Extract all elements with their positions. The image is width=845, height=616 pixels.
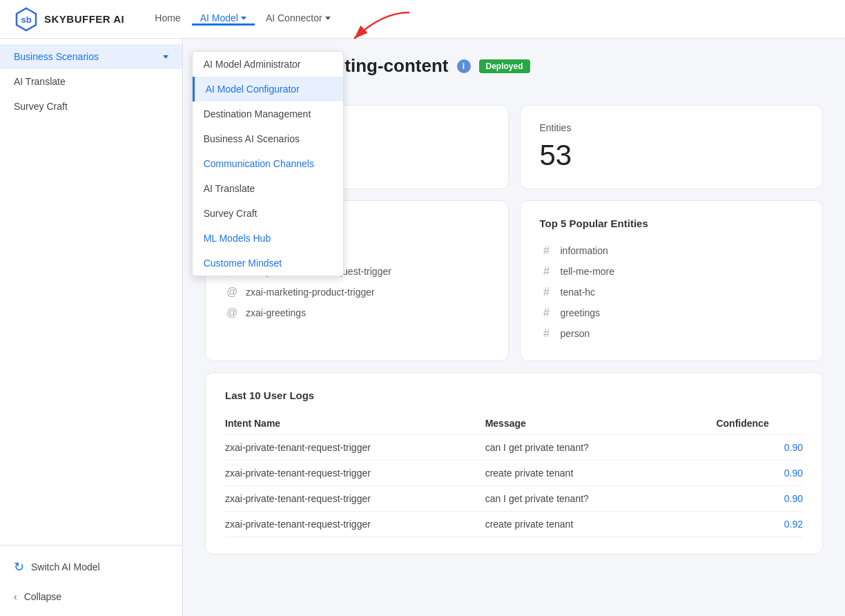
logs-title: Last 10 User Logs: [225, 389, 803, 401]
list-item: # tell-me-more: [540, 261, 804, 282]
entity-item-1: tell-me-more: [561, 266, 615, 277]
hash-icon-2: #: [540, 286, 554, 298]
nav-ai-model-wrapper: AI Model AI Model Administrator AI Model…: [192, 12, 255, 26]
list-item: @ zxai-marketing-product-trigger: [225, 282, 489, 302]
ai-model-chevron-icon: [241, 17, 246, 20]
log-intent-2: zxai-private-tenant-request-trigger: [225, 486, 485, 512]
sync-icon: ↻: [14, 559, 24, 575]
list-item: # person: [540, 323, 804, 344]
deployed-badge: Deployed: [479, 59, 530, 73]
dropdown-item-customer[interactable]: Customer Mindset: [193, 251, 343, 276]
col-header-confidence: Confidence: [716, 412, 803, 435]
table-row: zxai-private-tenant-request-trigger crea…: [225, 512, 803, 537]
ai-connector-chevron-icon: [325, 17, 331, 20]
list-item: # tenat-hc: [540, 282, 804, 302]
main-layout: Business Scenarios AI Translate Survey C…: [0, 39, 845, 616]
log-intent-1: zxai-private-tenant-request-trigger: [225, 461, 485, 486]
log-confidence-0: 0.90: [716, 435, 803, 461]
log-message-3: create private tenant: [485, 512, 717, 537]
nav-ai-model[interactable]: AI Model: [192, 12, 255, 26]
sidebar-item-survey-craft[interactable]: Survey Craft: [0, 94, 182, 119]
sidebar: Business Scenarios AI Translate Survey C…: [0, 39, 183, 616]
sidebar-footer: ↻ Switch AI Model ‹ Collapse: [0, 545, 182, 616]
col-header-intent: Intent Name: [225, 412, 485, 435]
list-item: # greetings: [540, 302, 804, 323]
nav-items: Home AI Model AI Model Administrator AI …: [146, 0, 338, 38]
log-confidence-3: 0.92: [716, 512, 803, 537]
table-row: zxai-private-tenant-request-trigger can …: [225, 435, 803, 461]
list-item: # information: [540, 240, 804, 261]
sidebar-item-ai-translate[interactable]: AI Translate: [0, 69, 182, 94]
dropdown-item-comm[interactable]: Communication Channels: [193, 151, 343, 176]
dropdown-item-translate[interactable]: AI Translate: [193, 176, 343, 201]
dropdown-item-survey[interactable]: Survey Craft: [193, 201, 343, 226]
table-row: zxai-private-tenant-request-trigger can …: [225, 486, 803, 512]
logs-card: Last 10 User Logs Intent Name Message Co…: [205, 372, 823, 555]
entities-card: Entities 53: [520, 105, 824, 189]
log-message-1: create private tenant: [485, 461, 717, 486]
top-nav: sb SKYBUFFER AI Home AI Model AI Model A…: [0, 0, 845, 39]
intent-item-3: zxai-greetings: [246, 307, 306, 318]
dropdown-item-business[interactable]: Business AI Scenarios: [193, 126, 343, 151]
hash-icon-4: #: [540, 327, 554, 340]
switch-ai-model-button[interactable]: ↻ Switch AI Model: [0, 551, 182, 583]
info-icon[interactable]: i: [457, 59, 471, 73]
log-confidence-1: 0.90: [716, 461, 803, 486]
logo-area: sb SKYBUFFER AI: [14, 7, 124, 32]
log-intent-3: zxai-private-tenant-request-trigger: [225, 512, 485, 537]
dropdown-item-admin[interactable]: AI Model Administrator: [193, 52, 343, 77]
popular-entities-card: Top 5 Popular Entities # information # t…: [520, 200, 824, 361]
entity-item-0: information: [561, 245, 608, 256]
log-message-2: can I get private tenant?: [485, 486, 717, 512]
dropdown-item-configurator[interactable]: AI Model Configurator: [193, 77, 343, 102]
entities-label: Entities: [540, 122, 804, 133]
log-confidence-2: 0.90: [716, 486, 803, 512]
log-intent-0: zxai-private-tenant-request-trigger: [225, 435, 485, 461]
dropdown-item-ml[interactable]: ML Models Hub: [193, 226, 343, 251]
list-item: @ zxai-greetings: [225, 302, 489, 323]
sidebar-section: Business Scenarios AI Translate Survey C…: [0, 39, 182, 124]
svg-text:sb: sb: [21, 15, 31, 25]
nav-ai-connector[interactable]: AI Connector: [258, 0, 339, 38]
nav-home[interactable]: Home: [146, 0, 188, 38]
table-row: zxai-private-tenant-request-trigger crea…: [225, 461, 803, 486]
hash-icon-1: #: [540, 265, 554, 278]
at-icon-3: @: [225, 307, 239, 319]
log-message-0: can I get private tenant?: [485, 435, 717, 461]
app-title: SKYBUFFER AI: [44, 13, 124, 25]
ai-model-dropdown: AI Model Administrator AI Model Configur…: [192, 51, 344, 276]
entity-item-2: tenat-hc: [561, 287, 596, 298]
collapse-icon: ‹: [14, 591, 17, 602]
intent-item-2: zxai-marketing-product-trigger: [246, 287, 375, 298]
hash-icon-3: #: [540, 307, 554, 319]
logo-icon: sb: [14, 7, 39, 32]
collapse-button[interactable]: ‹ Collapse: [0, 583, 182, 610]
entities-value: 53: [540, 139, 804, 172]
sidebar-chevron-business-icon: [163, 55, 168, 59]
entity-item-4: person: [561, 328, 590, 339]
dropdown-item-destination[interactable]: Destination Management: [193, 102, 343, 126]
hash-icon-0: #: [540, 244, 554, 257]
at-icon-2: @: [225, 286, 239, 298]
logs-table: Intent Name Message Confidence zxai-priv…: [225, 412, 803, 537]
col-header-message: Message: [485, 412, 717, 435]
entity-item-3: greetings: [561, 307, 601, 318]
sidebar-item-business-scenarios[interactable]: Business Scenarios: [0, 44, 182, 69]
popular-entities-title: Top 5 Popular Entities: [540, 218, 804, 229]
